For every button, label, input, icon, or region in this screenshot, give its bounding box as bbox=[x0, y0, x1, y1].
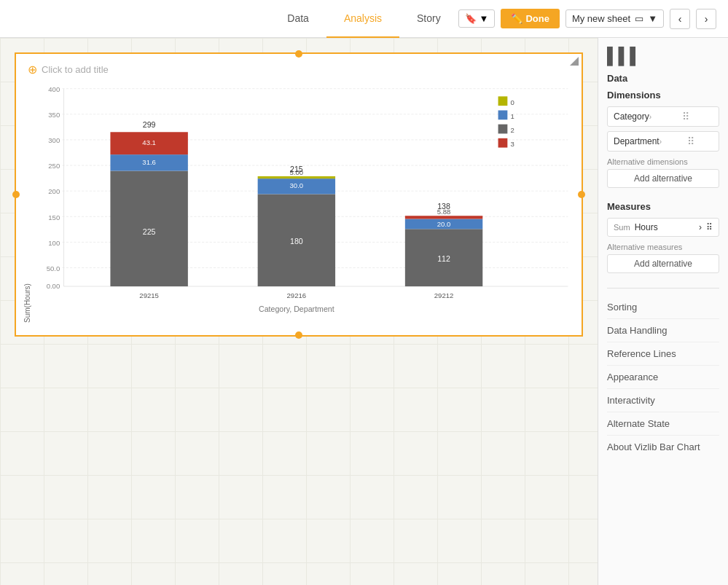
svg-rect-41 bbox=[498, 138, 508, 148]
canvas-area: ⊕ Click to add title Sum(Hours) 400 350 bbox=[0, 38, 598, 585]
department-arrow-icon: › bbox=[659, 138, 685, 146]
svg-text:350: 350 bbox=[48, 111, 60, 119]
menu-item-sorting[interactable]: Sorting bbox=[607, 296, 719, 319]
menu-item-reference-lines[interactable]: Reference Lines bbox=[607, 342, 719, 366]
svg-text:29215: 29215 bbox=[139, 291, 159, 299]
sheet-selector[interactable]: My new sheet ▭ ▼ bbox=[565, 9, 664, 28]
chart-body: Sum(Hours) 400 350 300 250 bbox=[22, 79, 576, 323]
dimension-department[interactable]: Department › ⠿ bbox=[607, 131, 719, 152]
measure-field-label: Hours bbox=[635, 222, 694, 232]
done-button[interactable]: ✏️ Done bbox=[501, 9, 560, 28]
chart-inner: 400 350 300 250 200 150 100 bbox=[33, 79, 576, 323]
alt-dimensions-label: Alternative dimensions bbox=[607, 157, 719, 166]
sheet-icon: ▭ bbox=[635, 13, 643, 24]
edge-dot-top[interactable] bbox=[295, 50, 302, 58]
right-panel: ▌▌▌ Data Dimensions Category › ⠿ Departm… bbox=[598, 38, 728, 585]
menu-item-interactivity[interactable]: Interactivity bbox=[607, 389, 719, 412]
add-alt-measure-button[interactable]: Add alternative bbox=[607, 254, 719, 273]
tab-analysis[interactable]: Analysis bbox=[326, 0, 399, 38]
chart-container[interactable]: ⊕ Click to add title Sum(Hours) 400 350 bbox=[15, 52, 583, 337]
tab-data[interactable]: Data bbox=[270, 0, 326, 38]
svg-rect-37 bbox=[498, 110, 508, 119]
svg-text:1: 1 bbox=[511, 112, 514, 120]
svg-text:138: 138 bbox=[437, 202, 450, 211]
svg-text:29216: 29216 bbox=[287, 291, 307, 299]
edge-dot-left[interactable] bbox=[12, 191, 20, 198]
edge-dot-right[interactable] bbox=[578, 191, 585, 198]
bookmark-button[interactable]: 🔖 ▼ bbox=[458, 9, 496, 28]
dimension-category[interactable]: Category › ⠿ bbox=[607, 106, 719, 127]
sheet-label: My new sheet bbox=[572, 13, 630, 24]
dimensions-heading: Dimensions bbox=[607, 90, 719, 101]
svg-text:200: 200 bbox=[48, 187, 60, 195]
add-title-icon: ⊕ bbox=[28, 63, 37, 76]
menu-item-appearance[interactable]: Appearance bbox=[607, 366, 719, 389]
svg-text:112: 112 bbox=[437, 254, 450, 263]
tab-story[interactable]: Story bbox=[399, 0, 458, 38]
chart-title-row[interactable]: ⊕ Click to add title bbox=[22, 60, 576, 79]
alt-measures-label: Alternative measures bbox=[607, 243, 719, 251]
bookmark-icon: 🔖 bbox=[465, 13, 477, 24]
main-layout: ⊕ Click to add title Sum(Hours) 400 350 bbox=[0, 38, 728, 585]
add-alt-dimension-button[interactable]: Add alternative bbox=[607, 169, 719, 188]
bookmark-dropdown-icon: ▼ bbox=[480, 13, 489, 24]
measure-agg-label: Sum bbox=[614, 223, 630, 232]
prev-arrow[interactable]: ‹ bbox=[670, 9, 690, 29]
category-arrow-icon: › bbox=[649, 113, 680, 121]
svg-rect-35 bbox=[498, 96, 508, 106]
svg-text:300: 300 bbox=[48, 136, 60, 144]
chart-title-placeholder: Click to add title bbox=[42, 64, 109, 75]
svg-text:30.0: 30.0 bbox=[290, 181, 304, 189]
bar-chart-icon: ▌▌▌ bbox=[607, 47, 719, 66]
svg-text:20.0: 20.0 bbox=[437, 220, 451, 228]
sheet-dropdown-icon: ▼ bbox=[648, 13, 657, 24]
svg-text:250: 250 bbox=[48, 162, 60, 170]
measure-hours[interactable]: Sum Hours › ⠿ bbox=[607, 218, 719, 237]
svg-text:2: 2 bbox=[511, 126, 514, 134]
category-grid-icon: ⠿ bbox=[682, 111, 713, 122]
panel-data-label: Data bbox=[607, 73, 719, 84]
svg-text:3: 3 bbox=[511, 141, 514, 149]
bar3-seg3 bbox=[405, 216, 482, 219]
nav-right-controls: 🔖 ▼ ✏️ Done My new sheet ▭ ▼ ‹ › bbox=[458, 9, 716, 29]
next-arrow[interactable]: › bbox=[696, 9, 716, 29]
panel-divider bbox=[607, 288, 719, 288]
edge-dot-bottom[interactable] bbox=[295, 331, 302, 339]
svg-rect-39 bbox=[498, 125, 508, 134]
measures-heading: Measures bbox=[607, 201, 719, 212]
measure-arrow-icon: › bbox=[699, 222, 702, 232]
bar2-seg0 bbox=[258, 176, 335, 178]
y-axis-label: Sum(Hours) bbox=[22, 79, 33, 323]
svg-text:180: 180 bbox=[290, 237, 303, 246]
svg-text:0: 0 bbox=[511, 98, 514, 106]
svg-text:299: 299 bbox=[143, 120, 156, 129]
top-nav: Data Analysis Story 🔖 ▼ ✏️ Done My new s… bbox=[0, 0, 728, 38]
department-grid-icon: ⠿ bbox=[687, 136, 713, 147]
svg-text:43.1: 43.1 bbox=[142, 138, 156, 146]
svg-text:225: 225 bbox=[143, 227, 156, 236]
svg-text:29212: 29212 bbox=[434, 291, 454, 299]
chart-svg: 400 350 300 250 200 150 100 bbox=[33, 79, 576, 323]
pencil-icon: ✏️ bbox=[511, 13, 522, 24]
svg-text:150: 150 bbox=[48, 213, 60, 221]
svg-text:Category,   Department: Category, Department bbox=[259, 305, 334, 313]
dimension-department-label: Department bbox=[614, 136, 659, 146]
measure-grid-icon: ⠿ bbox=[706, 222, 713, 232]
svg-text:0.00: 0.00 bbox=[47, 282, 60, 290]
menu-item-alternate-state[interactable]: Alternate State bbox=[607, 412, 719, 436]
dimension-category-label: Category bbox=[614, 111, 649, 122]
svg-text:400: 400 bbox=[48, 85, 60, 93]
svg-text:50.0: 50.0 bbox=[47, 264, 60, 272]
menu-item-data-handling[interactable]: Data Handling bbox=[607, 319, 719, 342]
svg-text:31.6: 31.6 bbox=[142, 158, 156, 166]
menu-item-about[interactable]: About Vizlib Bar Chart bbox=[607, 436, 719, 458]
svg-text:215: 215 bbox=[290, 165, 303, 173]
svg-text:100: 100 bbox=[48, 239, 60, 247]
